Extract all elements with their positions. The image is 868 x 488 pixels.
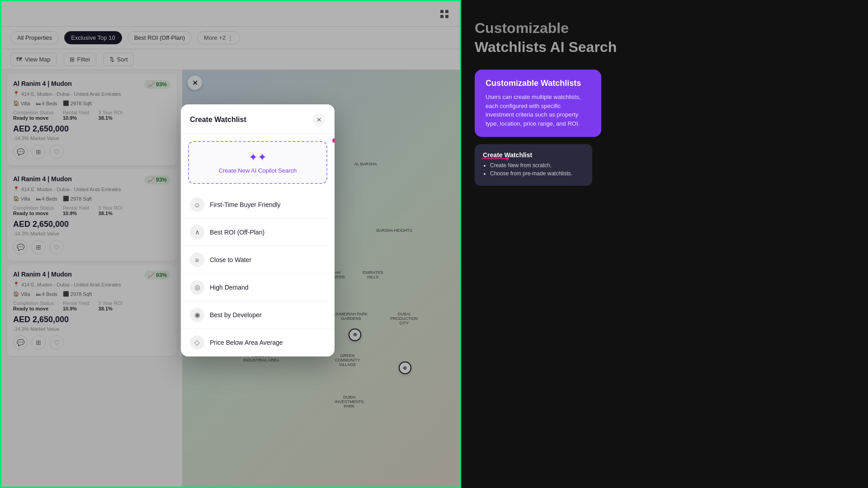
watchlist-item-label: Best ROI (Off-Plan) (210, 229, 264, 236)
tooltip-title: Create Watchlist (483, 151, 584, 159)
header-text-area: Customizable Watchlists AI Search (475, 18, 617, 56)
modal-close-button[interactable]: ✕ (313, 113, 326, 126)
watchlist-item-best-roi[interactable]: ∧ Best ROI (Off-Plan) (181, 219, 335, 246)
ai-sparkle-icon: ✦✦ (198, 151, 317, 164)
app-container: All Properties Exclusive Top 10 Best ROI… (0, 0, 461, 488)
modal-overlay[interactable]: Create Watchlist ✕ ✦✦ Create New AI Copi… (1, 1, 460, 487)
create-watchlist-tooltip: Create Watchlist Create New from scratch… (475, 144, 592, 186)
tooltip-list-item: Create New from scratch. (490, 162, 584, 169)
watchlist-item-label: Best by Developer (210, 311, 261, 319)
create-watchlist-modal: Create Watchlist ✕ ✦✦ Create New AI Copi… (181, 104, 335, 357)
modal-header: Create Watchlist ✕ (181, 104, 335, 134)
watchlist-item-label: First-Time Buyer Friendly (210, 201, 281, 208)
price-icon: ◇ (190, 335, 204, 350)
watchlist-item-label: Close to Water (210, 256, 251, 263)
developer-icon: ◉ (190, 308, 204, 322)
first-time-icon: ☺ (190, 197, 204, 212)
watchlist-item-close-water[interactable]: ≡ Close to Water (181, 246, 335, 274)
ai-search-option[interactable]: ✦✦ Create New AI Copilot Search (188, 141, 327, 184)
tooltip-list-item: Choose from pre-made watchlists. (490, 170, 584, 177)
water-icon: ≡ (190, 253, 204, 267)
watchlists-card-title: Customizable Watchlists (486, 79, 590, 88)
ai-search-label: Create New AI Copilot Search (198, 167, 317, 174)
connector-dot (332, 138, 335, 143)
modal-title: Create Watchlist (190, 116, 246, 124)
watchlist-item-label: Price Below Area Average (210, 339, 283, 346)
watchlist-item-price-below[interactable]: ◇ Price Below Area Average (181, 329, 335, 357)
roi-icon: ∧ (190, 225, 204, 239)
watchlist-items: ☺ First-Time Buyer Friendly ∧ Best ROI (… (181, 191, 335, 357)
watchlist-item-first-time[interactable]: ☺ First-Time Buyer Friendly (181, 191, 335, 219)
arrow-connector (481, 158, 509, 159)
watchlists-card: Customizable Watchlists Users can create… (475, 70, 601, 137)
watchlist-item-best-developer[interactable]: ◉ Best by Developer (181, 301, 335, 329)
watchlists-card-desc: Users can create multiple watchlists, ea… (486, 93, 590, 128)
watchlist-item-label: High Demand (210, 284, 249, 291)
header-title-line2: Watchlists AI Search (475, 37, 617, 56)
tooltip-list: Create New from scratch. Choose from pre… (483, 162, 584, 177)
watchlist-item-high-demand[interactable]: ◎ High Demand (181, 274, 335, 301)
header-title-line1: Customizable (475, 18, 617, 37)
demand-icon: ◎ (190, 280, 204, 295)
right-panel: Customizable Watchlists AI Search Custom… (461, 0, 868, 488)
